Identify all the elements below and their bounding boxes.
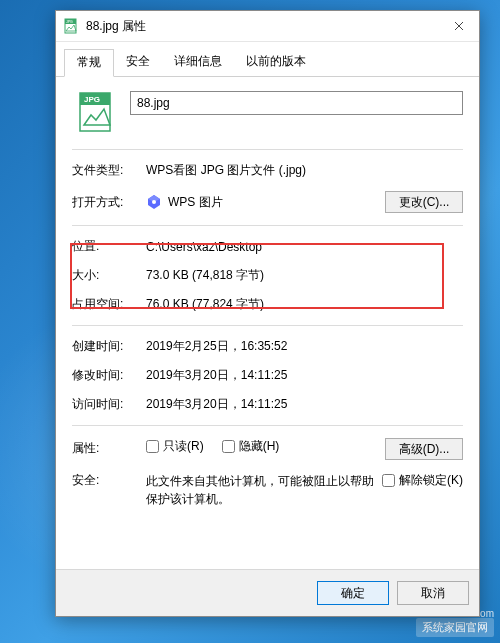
divider — [72, 325, 463, 326]
dialog-footer: 确定 取消 — [56, 569, 479, 616]
size-on-disk-label: 占用空间: — [72, 296, 146, 313]
accessed-label: 访问时间: — [72, 396, 146, 413]
security-label: 安全: — [72, 472, 146, 489]
readonly-input[interactable] — [146, 440, 159, 453]
file-large-icon: JPG — [76, 91, 118, 133]
svg-text:JPG: JPG — [84, 95, 100, 104]
created-value: 2019年2月25日，16:35:52 — [146, 338, 463, 355]
tab-general[interactable]: 常规 — [64, 49, 114, 77]
readonly-text: 只读(R) — [163, 438, 204, 455]
titlebar: JPG 88.jpg 属性 — [56, 11, 479, 42]
modified-value: 2019年3月20日，14:11:25 — [146, 367, 463, 384]
tab-strip: 常规 安全 详细信息 以前的版本 — [56, 42, 479, 77]
close-button[interactable] — [439, 11, 479, 41]
divider — [72, 225, 463, 226]
size-value: 73.0 KB (74,818 字节) — [146, 267, 463, 284]
accessed-value: 2019年3月20日，14:11:25 — [146, 396, 463, 413]
dialog-body: JPG 88.jpg 文件类型: WPS看图 JPG 图片文件 (.jpg) 打… — [56, 77, 479, 597]
unblock-checkbox[interactable]: 解除锁定(K) — [382, 472, 463, 489]
open-with-app: WPS 图片 — [168, 194, 223, 211]
tab-details[interactable]: 详细信息 — [162, 49, 234, 77]
hidden-input[interactable] — [222, 440, 235, 453]
cancel-button[interactable]: 取消 — [397, 581, 469, 605]
jpg-file-icon: JPG — [64, 18, 80, 34]
wps-app-icon — [146, 194, 162, 210]
tab-security[interactable]: 安全 — [114, 49, 162, 77]
advanced-button[interactable]: 高级(D)... — [385, 438, 463, 460]
ok-button[interactable]: 确定 — [317, 581, 389, 605]
modified-label: 修改时间: — [72, 367, 146, 384]
location-value: C:\Users\xaz\Desktop — [146, 240, 463, 254]
watermark: 系统家园官网 — [416, 618, 494, 637]
attributes-label: 属性: — [72, 438, 146, 457]
hidden-checkbox[interactable]: 隐藏(H) — [222, 438, 280, 455]
unblock-input[interactable] — [382, 474, 395, 487]
size-label: 大小: — [72, 267, 146, 284]
desktop-background: hnzkhbsb.com 系统家园官网 JPG 88.jpg 属性 常规 安全 … — [0, 0, 500, 643]
change-app-button[interactable]: 更改(C)... — [385, 191, 463, 213]
tab-previous-versions[interactable]: 以前的版本 — [234, 49, 318, 77]
location-label: 位置: — [72, 238, 146, 255]
properties-dialog: JPG 88.jpg 属性 常规 安全 详细信息 以前的版本 JPG 88.jp… — [55, 10, 480, 617]
created-label: 创建时间: — [72, 338, 146, 355]
hidden-text: 隐藏(H) — [239, 438, 280, 455]
file-type-label: 文件类型: — [72, 162, 146, 179]
jpg-badge-text: JPG — [66, 20, 73, 24]
size-on-disk-value: 76.0 KB (77,824 字节) — [146, 296, 463, 313]
divider — [72, 425, 463, 426]
open-with-label: 打开方式: — [72, 194, 146, 211]
svg-point-7 — [152, 200, 156, 204]
security-text: 此文件来自其他计算机，可能被阻止以帮助保护该计算机。 — [146, 472, 382, 508]
filename-input[interactable]: 88.jpg — [130, 91, 463, 115]
close-icon — [454, 21, 464, 31]
file-type-value: WPS看图 JPG 图片文件 (.jpg) — [146, 162, 463, 179]
divider — [72, 149, 463, 150]
unblock-text: 解除锁定(K) — [399, 472, 463, 489]
readonly-checkbox[interactable]: 只读(R) — [146, 438, 204, 455]
window-title: 88.jpg 属性 — [86, 18, 439, 35]
